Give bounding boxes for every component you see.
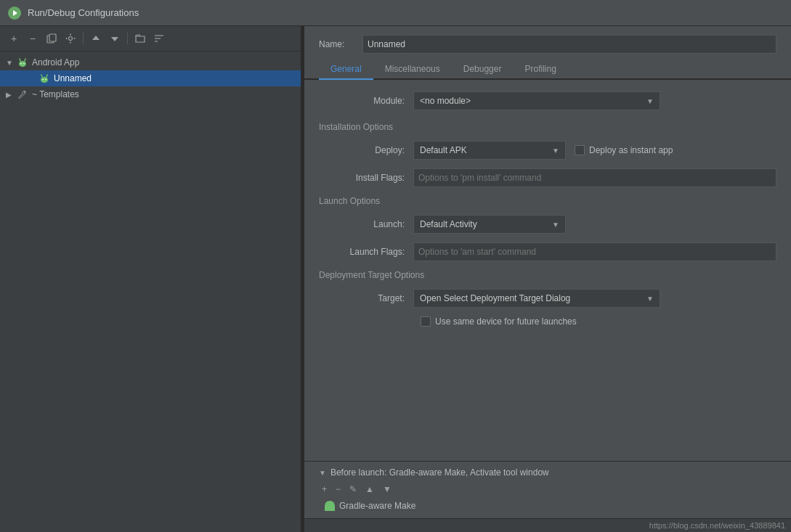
target-label: Target:	[333, 293, 413, 303]
launch-flags-control	[413, 242, 776, 261]
same-device-label: Use same device for future launches	[435, 316, 577, 327]
unnamed-label: Unnamed	[54, 73, 92, 83]
copy-button[interactable]	[44, 30, 60, 46]
launch-label: Launch:	[333, 219, 413, 229]
svg-line-21	[46, 75, 47, 77]
target-row: Target: Open Select Deployment Target Di…	[319, 289, 776, 308]
templates-icon	[16, 89, 29, 100]
tree-toggle-templates: ▶	[6, 91, 16, 99]
target-control: Open Select Deployment Target Dialog ▼	[413, 289, 776, 308]
module-dropdown[interactable]: <no module> ▼	[413, 91, 660, 110]
before-launch-remove-button[interactable]: −	[333, 483, 344, 495]
name-input[interactable]	[362, 35, 776, 54]
toolbar: + −	[0, 26, 301, 52]
launch-row: Launch: Default Activity ▼	[319, 215, 776, 234]
launch-flags-row: Launch Flags:	[319, 242, 776, 261]
tree-item-android-app[interactable]: ▼ Android App	[0, 54, 301, 70]
svg-rect-3	[49, 34, 56, 41]
deploy-label: Deploy:	[333, 145, 413, 155]
app-icon	[7, 6, 22, 20]
android-app-label: Android App	[32, 57, 79, 67]
folder-button[interactable]	[132, 30, 148, 46]
target-value: Open Select Deployment Target Dialog	[420, 293, 570, 303]
install-flags-label: Install Flags:	[333, 173, 413, 183]
instant-app-checkbox-box[interactable]	[575, 145, 585, 155]
settings-button[interactable]	[62, 30, 78, 46]
installation-options-title: Installation Options	[319, 122, 776, 132]
tab-debugger[interactable]: Debugger	[452, 60, 514, 80]
svg-point-6	[70, 42, 71, 44]
content-area: Module: <no module> ▼ Installation Optio…	[304, 80, 791, 461]
svg-point-4	[69, 37, 73, 41]
tree-area: ▼ Android App	[0, 52, 301, 532]
tree-item-templates[interactable]: ▶ ~ Templates	[0, 86, 301, 102]
svg-point-22	[42, 79, 44, 81]
before-launch-collapse-arrow[interactable]: ▼	[319, 469, 326, 477]
tree-toggle-android-app: ▼	[6, 59, 16, 67]
launch-options-title: Launch Options	[319, 196, 776, 206]
unnamed-run-icon	[38, 73, 51, 84]
left-panel: + −	[0, 26, 301, 532]
svg-point-17	[20, 63, 22, 65]
gradle-android-icon	[325, 501, 335, 511]
tab-profiling[interactable]: Profiling	[513, 60, 567, 80]
svg-point-24	[24, 91, 25, 93]
svg-line-26	[327, 502, 328, 504]
toolbar-separator-1	[83, 33, 84, 44]
tab-general[interactable]: General	[319, 60, 373, 80]
title-bar: Run/Debug Configurations	[0, 0, 791, 26]
down-button[interactable]	[107, 30, 123, 46]
right-panel: Name: General Miscellaneous Debugger Pro…	[304, 26, 791, 532]
up-button[interactable]	[88, 30, 104, 46]
tree-item-unnamed[interactable]: Unnamed	[0, 70, 301, 86]
deployment-target-title: Deployment Target Options	[319, 270, 776, 280]
target-dropdown[interactable]: Open Select Deployment Target Dialog ▼	[413, 289, 660, 308]
settings-icon	[65, 33, 76, 44]
module-control: <no module> ▼	[413, 91, 776, 110]
gradle-item: Gradle-aware Make	[319, 499, 776, 512]
url-bar: https://blog.csdn.net/weixin_43889841	[304, 518, 791, 532]
toolbar-separator-2	[127, 33, 128, 44]
folder-icon	[135, 34, 145, 43]
android-icon	[17, 57, 28, 67]
svg-marker-10	[111, 37, 118, 41]
deploy-instant-app-checkbox[interactable]: Deploy as instant app	[575, 145, 673, 155]
before-launch-header: ▼ Before launch: Gradle-aware Make, Acti…	[319, 467, 776, 478]
gradle-item-label: Gradle-aware Make	[339, 501, 415, 511]
module-row: Module: <no module> ▼	[319, 91, 776, 110]
svg-point-25	[326, 504, 333, 510]
deploy-dropdown[interactable]: Default APK ▼	[413, 141, 566, 160]
svg-point-7	[66, 38, 68, 39]
before-launch-add-button[interactable]: +	[319, 483, 330, 495]
module-label: Module:	[333, 96, 413, 106]
gradle-icon	[325, 501, 335, 511]
launch-flags-label: Launch Flags:	[333, 247, 413, 257]
tabs-row: General Miscellaneous Debugger Profiling	[304, 60, 791, 80]
main-layout: + −	[0, 26, 791, 532]
target-dropdown-arrow: ▼	[646, 295, 654, 303]
templates-label: ~ Templates	[32, 89, 79, 99]
remove-button[interactable]: −	[25, 30, 41, 46]
name-label: Name:	[319, 39, 355, 49]
launch-dropdown-arrow: ▼	[552, 221, 559, 229]
wrench-icon	[17, 89, 28, 99]
before-launch-edit-button[interactable]: ✎	[346, 483, 360, 495]
sort-button[interactable]	[151, 30, 167, 46]
add-button[interactable]: +	[6, 30, 22, 46]
same-device-row: Use same device for future launches	[319, 316, 776, 327]
deploy-control: Default APK ▼ Deploy as instant app	[413, 141, 776, 160]
launch-value: Default Activity	[420, 219, 477, 229]
same-device-checkbox-box[interactable]	[421, 316, 431, 327]
launch-flags-input[interactable]	[413, 242, 776, 261]
svg-point-23	[45, 79, 46, 81]
launch-dropdown[interactable]: Default Activity ▼	[413, 215, 566, 234]
same-device-checkbox[interactable]: Use same device for future launches	[421, 316, 577, 327]
tab-miscellaneous[interactable]: Miscellaneous	[373, 60, 452, 80]
before-launch-up-button[interactable]: ▲	[362, 483, 377, 495]
title-text: Run/Debug Configurations	[28, 7, 139, 18]
before-launch-down-button[interactable]: ▼	[380, 483, 394, 495]
launch-control: Default Activity ▼	[413, 215, 776, 234]
install-flags-input[interactable]	[413, 168, 776, 187]
up-arrow-icon	[92, 34, 100, 43]
before-launch-toolbar: + − ✎ ▲ ▼	[319, 483, 776, 495]
